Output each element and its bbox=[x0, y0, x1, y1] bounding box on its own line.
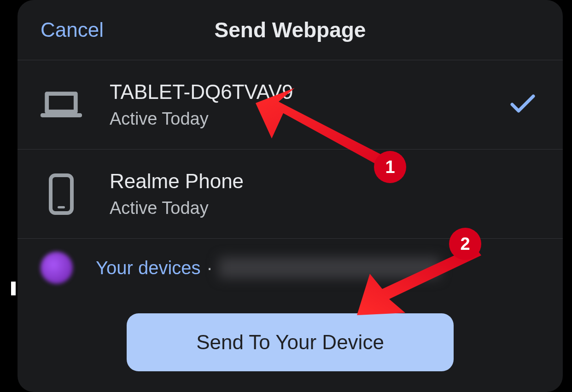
background-edge bbox=[11, 282, 16, 295]
device-status-label: Active Today bbox=[110, 109, 540, 129]
account-email-redacted bbox=[219, 257, 440, 278]
device-name-label: TABLET-DQ6TVAV9 bbox=[110, 81, 540, 104]
device-name-label: Realme Phone bbox=[110, 170, 540, 193]
check-icon bbox=[510, 94, 535, 115]
modal-header: Cancel Send Webpage bbox=[18, 0, 563, 60]
send-webpage-modal: Cancel Send Webpage TABLET-DQ6TVAV9 Acti… bbox=[18, 0, 563, 392]
device-status-label: Active Today bbox=[110, 198, 540, 218]
account-row: Your devices · bbox=[18, 239, 563, 297]
avatar bbox=[41, 252, 73, 284]
device-row-tablet[interactable]: TABLET-DQ6TVAV9 Active Today bbox=[18, 60, 563, 150]
cancel-button[interactable]: Cancel bbox=[41, 18, 104, 41]
separator-dot: · bbox=[207, 258, 212, 278]
phone-icon bbox=[41, 173, 82, 215]
laptop-icon bbox=[41, 92, 82, 118]
account-text: Your devices · bbox=[96, 257, 440, 278]
page-title: Send Webpage bbox=[41, 17, 540, 42]
device-row-phone[interactable]: Realme Phone Active Today bbox=[18, 150, 563, 239]
device-info: TABLET-DQ6TVAV9 Active Today bbox=[110, 81, 540, 129]
send-to-device-button[interactable]: Send To Your Device bbox=[127, 313, 454, 371]
your-devices-link[interactable]: Your devices bbox=[96, 258, 201, 278]
device-info: Realme Phone Active Today bbox=[110, 170, 540, 218]
svg-rect-1 bbox=[58, 206, 65, 208]
